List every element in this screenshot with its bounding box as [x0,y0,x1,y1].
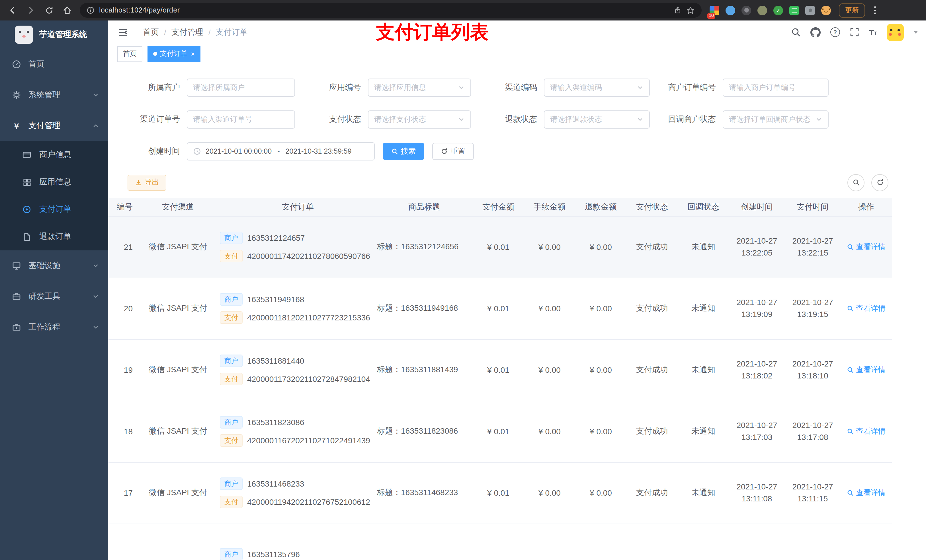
url-text[interactable]: localhost:1024/pay/order [99,6,669,14]
font-size-icon[interactable]: TT [869,29,877,36]
reset-button[interactable]: 重置 [432,143,474,160]
sidebar-item-app-info[interactable]: 应用信息 [0,169,108,196]
share-icon[interactable] [674,6,682,14]
site-info-icon[interactable] [86,6,95,14]
browser-profile-avatar[interactable] [821,5,831,15]
sidebar-item-pay-orders[interactable]: 支付订单 [0,196,108,223]
merchant-tag: 商户 [220,548,243,560]
avatar-caret-icon[interactable] [914,31,918,34]
pay-tag: 支付 [220,435,243,447]
view-detail-link[interactable]: 查看详情 [847,303,885,314]
chevron-down-icon [637,84,643,91]
user-avatar[interactable] [887,24,904,41]
merchant-order-input-field[interactable] [729,83,822,92]
collapse-sidebar-icon[interactable] [118,27,128,38]
extension-olive-icon[interactable] [757,5,767,15]
cell-pay-status [626,524,678,560]
cell-created: 2021-10-2713:22:05 [729,217,785,278]
extension-badge: 10 [707,13,715,18]
extensions-puzzle-icon[interactable] [805,5,815,15]
github-icon[interactable] [810,27,821,38]
extension-check-icon[interactable]: ✓ [773,5,783,15]
cell-paid: 2021-10-2713:18:10 [785,340,841,401]
address-bar[interactable]: localhost:1024/pay/order [80,3,702,18]
tab-pay-orders[interactable]: 支付订单 × [147,46,200,62]
breadcrumb-pay-mgmt[interactable]: 支付管理 [171,27,203,38]
channel-order-input-field[interactable] [193,115,289,124]
app-select[interactable]: 请选择应用信息 [368,78,471,97]
sidebar-item-merchant-info[interactable]: 商户信息 [0,141,108,169]
sidebar-item-workflow[interactable]: 工作流程 [0,312,108,343]
sidebar-item-devtools[interactable]: 研发工具 [0,281,108,312]
view-detail-link[interactable]: 查看详情 [847,365,885,375]
browser-menu-icon[interactable] [872,4,878,17]
cell-title: 标题：1635311468233 [376,463,473,524]
filter-label-notify-status: 回调商户状态 [650,115,723,125]
view-detail-label: 查看详情 [856,427,885,437]
owner-input-field[interactable] [193,83,289,92]
merchant-tag: 商户 [220,293,243,306]
select-placeholder: 请输入渠道编码 [550,83,633,93]
extension-chat-icon[interactable] [789,5,799,15]
browser-update-button[interactable]: 更新 [839,3,865,17]
cell-refund: ¥ 0.00 [575,463,626,524]
gear-icon [11,91,22,100]
breadcrumb: 首页 / 支付管理 / 支付订单 [143,27,248,38]
view-detail-link[interactable]: 查看详情 [847,242,885,252]
merchant-tag: 商户 [220,416,243,429]
search-button[interactable]: 搜索 [383,143,424,160]
table-toolbar: 导出 [108,174,926,191]
extension-dark-icon[interactable] [741,5,751,15]
create-time-range-picker[interactable]: 2021-10-01 00:00:00 - 2021-10-31 23:59:5… [187,142,375,160]
date-end-value[interactable]: 2021-10-31 23:59:59 [286,147,352,155]
sidebar-item-payment[interactable]: ¥ 支付管理 [0,110,108,141]
cell-notify-status: 未通知 [678,278,729,339]
back-icon[interactable] [6,3,20,17]
search-icon[interactable] [791,27,801,37]
cell-refund [575,524,626,560]
cell-channel: 微信 JSAPI 支付 [139,217,216,278]
sidebar-item-infra[interactable]: 基础设施 [0,251,108,281]
download-icon [135,179,142,186]
tab-home[interactable]: 首页 [117,46,142,62]
date-start-value[interactable]: 2021-10-01 00:00:00 [206,147,272,155]
bookmark-star-icon[interactable] [686,6,695,15]
sidebar-item-home[interactable]: 首页 [0,49,108,80]
close-icon[interactable]: × [191,50,195,58]
forward-icon[interactable] [24,3,38,17]
channel-order-input[interactable] [187,110,295,128]
toggle-search-icon[interactable] [847,174,864,191]
refund-status-select[interactable]: 请选择退款状态 [544,110,650,128]
view-detail-link[interactable]: 查看详情 [847,488,885,498]
col-title: 商品标题 [376,202,473,212]
sidebar-item-system[interactable]: 系统管理 [0,80,108,110]
merchant-order-input[interactable] [723,78,829,97]
dashboard-icon [11,60,22,69]
extension-blue-icon[interactable] [726,5,735,15]
cell-paid: 2021-10-2713:22:15 [785,217,841,278]
cell-pay-status: 支付成功 [626,340,678,401]
filter-label-pay-status: 支付状态 [295,115,368,125]
col-order: 支付订单 [216,202,376,212]
pay-order-no: 4200001167202110271022491439 [247,436,370,445]
logo-avatar [15,26,33,44]
sidebar-item-refund-orders[interactable]: 退款订单 [0,223,108,251]
home-icon[interactable] [61,3,74,17]
select-placeholder: 请选择订单回调商户状态 [729,115,812,125]
export-button[interactable]: 导出 [127,175,166,191]
pay-status-select[interactable]: 请选择支付状态 [368,110,471,128]
refresh-table-icon[interactable] [872,174,888,191]
search-button-label: 搜索 [401,146,416,157]
help-icon[interactable]: ? [830,27,840,37]
fullscreen-icon[interactable] [850,27,859,37]
sidebar: 芋道管理系统 首页 系统管理 ¥ 支付管理 [0,21,108,560]
owner-input[interactable] [187,78,295,97]
breadcrumb-home[interactable]: 首页 [143,27,159,38]
extension-grid-icon[interactable]: 10 [710,5,719,15]
reload-icon[interactable] [42,3,56,17]
view-detail-link[interactable]: 查看详情 [847,427,885,437]
notify-status-select[interactable]: 请选择订单回调商户状态 [723,110,829,128]
sidebar-item-label: 支付订单 [39,204,71,214]
channel-code-select[interactable]: 请输入渠道编码 [544,78,650,97]
merchant-order-no: 1635312124657 [247,234,305,243]
